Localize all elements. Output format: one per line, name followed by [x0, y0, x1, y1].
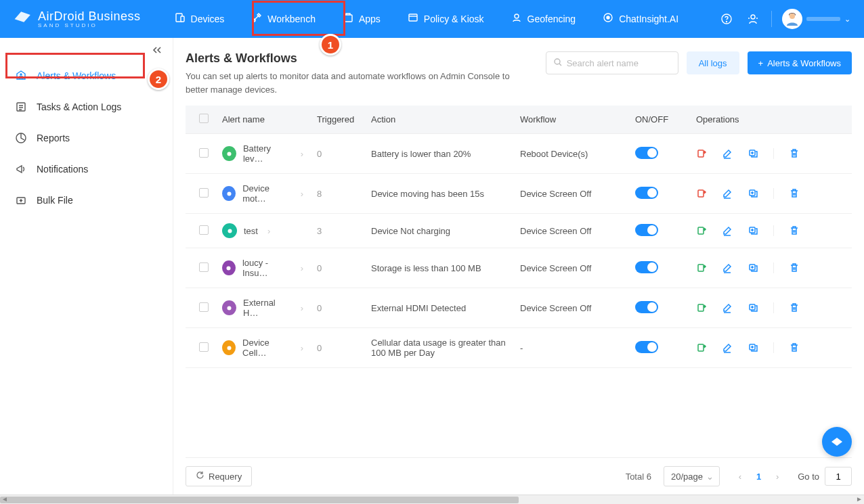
copy-icon[interactable]	[748, 262, 758, 273]
sidebar-item-tasks[interactable]: Tasks & Action Logs	[0, 91, 173, 122]
sidebar-item-bulkfile[interactable]: Bulk File	[0, 185, 173, 216]
copy-icon[interactable]	[748, 225, 758, 236]
chevron-right-icon[interactable]: ›	[301, 343, 303, 353]
nav-label: Policy & Kiosk	[424, 14, 484, 24]
onoff-toggle[interactable]	[635, 147, 658, 159]
onoff-toggle[interactable]	[635, 261, 658, 273]
sidebar-collapse-button[interactable]	[0, 42, 173, 60]
scrollbar-thumb[interactable]	[0, 497, 519, 503]
action-text: Battery is lower than 20%	[364, 134, 513, 174]
table-row: Device Cell… › 0 Cellular data usage is …	[186, 328, 852, 368]
fab-button[interactable]	[822, 427, 852, 457]
table-row: test › 3 Device Not charging Device Scre…	[186, 214, 852, 248]
row-checkbox[interactable]	[199, 342, 209, 352]
nav-item-devices[interactable]: Devices	[161, 0, 238, 38]
onoff-toggle[interactable]	[635, 187, 658, 199]
table-row: External H… › 0 External HDMI Detected D…	[186, 288, 852, 328]
chevron-right-icon[interactable]: ›	[267, 226, 270, 236]
goto-input[interactable]	[825, 467, 852, 486]
total-text: Total 6	[626, 472, 651, 482]
th-operations: Operations	[689, 106, 852, 134]
next-page-button[interactable]: ›	[769, 468, 785, 484]
export-icon[interactable]	[696, 262, 707, 273]
separator	[773, 148, 774, 159]
svg-point-32	[227, 346, 231, 350]
search-input[interactable]	[567, 58, 681, 68]
triggered-count: 3	[310, 214, 364, 248]
workflow-text: -	[513, 328, 628, 368]
sidebar-item-notifications[interactable]: Notifications	[0, 154, 173, 185]
edit-icon[interactable]	[722, 148, 733, 159]
copy-icon[interactable]	[748, 302, 758, 313]
nav-item-policy[interactable]: Policy & Kiosk	[394, 0, 498, 38]
svg-rect-21	[698, 190, 704, 197]
edit-icon[interactable]	[722, 225, 733, 236]
copy-icon[interactable]	[748, 148, 758, 159]
delete-icon[interactable]	[789, 302, 800, 313]
search-box[interactable]	[546, 51, 678, 74]
alerts-table: Alert name Triggered Action Workflow ON/…	[186, 106, 852, 368]
export-icon[interactable]	[696, 225, 707, 236]
nav-item-apps[interactable]: Apps	[329, 0, 394, 38]
current-page[interactable]: 1	[756, 472, 761, 482]
prev-page-button[interactable]: ‹	[732, 468, 748, 484]
row-checkbox[interactable]	[199, 225, 209, 235]
delete-icon[interactable]	[789, 342, 800, 353]
delete-icon[interactable]	[789, 148, 800, 159]
requery-button[interactable]: Requery	[186, 466, 252, 486]
svg-rect-4	[409, 14, 417, 21]
alert-name: Device Cell…	[242, 338, 291, 358]
nav-label: Geofencing	[527, 14, 576, 24]
add-alerts-workflows-button[interactable]: + Alerts & Workflows	[748, 51, 852, 74]
row-checkbox[interactable]	[199, 148, 209, 158]
page-size-select[interactable]: 20/page	[664, 466, 720, 486]
delete-icon[interactable]	[789, 225, 800, 236]
logo[interactable]: AirDroid Business SAND STUDIO	[14, 9, 141, 28]
edit-icon[interactable]	[722, 342, 733, 353]
help-icon[interactable]	[718, 11, 735, 27]
th-onoff: ON/OFF	[628, 106, 689, 134]
chevron-right-icon[interactable]: ›	[301, 263, 303, 273]
divider	[771, 11, 772, 27]
export-icon[interactable]	[696, 302, 707, 313]
chevron-right-icon[interactable]: ›	[301, 149, 303, 159]
nav-item-workbench[interactable]: Workbench	[238, 0, 329, 38]
sidebar-item-alerts-workflows[interactable]: Alerts & Workflows	[0, 60, 173, 91]
user-name-placeholder	[806, 17, 840, 21]
row-checkbox[interactable]	[199, 262, 209, 272]
delete-icon[interactable]	[789, 262, 800, 273]
sidebar-item-reports[interactable]: Reports	[0, 122, 173, 154]
all-logs-button[interactable]: All logs	[687, 51, 739, 74]
delete-icon[interactable]	[789, 188, 800, 199]
chevron-right-icon[interactable]: ›	[301, 303, 303, 313]
copy-icon[interactable]	[748, 188, 758, 199]
alert-type-icon	[222, 340, 236, 355]
row-checkbox[interactable]	[199, 302, 209, 312]
support-icon[interactable]	[745, 11, 761, 27]
export-icon[interactable]	[696, 342, 707, 353]
svg-rect-24	[698, 227, 704, 234]
goto-label: Go to	[798, 472, 819, 482]
copy-icon[interactable]	[748, 342, 758, 353]
export-icon[interactable]	[696, 188, 707, 199]
edit-icon[interactable]	[722, 188, 733, 199]
edit-icon[interactable]	[722, 302, 733, 313]
edit-icon[interactable]	[722, 262, 733, 273]
select-all-checkbox[interactable]	[199, 114, 209, 123]
svg-rect-18	[698, 150, 704, 157]
user-menu[interactable]: ⌄	[782, 9, 850, 29]
svg-rect-3	[344, 15, 352, 22]
nav-item-geofencing[interactable]: Geofencing	[498, 0, 590, 38]
nav-label: ChatInsight.AI	[619, 14, 678, 24]
export-icon[interactable]	[696, 148, 707, 159]
search-icon	[553, 58, 563, 69]
annotation-number-1: 1	[320, 34, 341, 55]
chevron-right-icon[interactable]: ›	[301, 189, 303, 199]
nav-item-chatinsight[interactable]: ChatInsight.AI	[589, 0, 692, 38]
onoff-toggle[interactable]	[635, 301, 658, 313]
onoff-toggle[interactable]	[635, 224, 658, 236]
horizontal-scrollbar[interactable]: ◄ ►	[0, 495, 864, 504]
row-checkbox[interactable]	[199, 188, 209, 198]
nav-label: Devices	[191, 14, 225, 24]
onoff-toggle[interactable]	[635, 341, 658, 353]
